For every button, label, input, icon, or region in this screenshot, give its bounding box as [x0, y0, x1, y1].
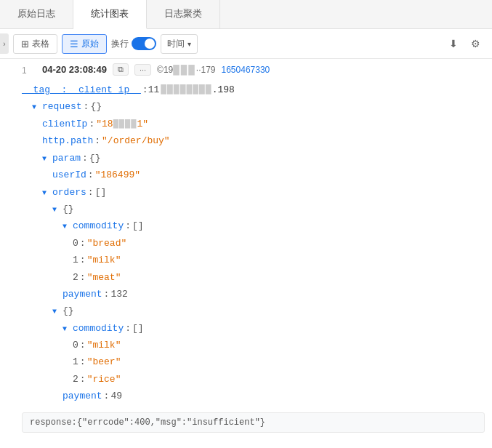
tab-bar: 原始日志 统计图表 日志聚类 — [0, 0, 492, 29]
log-header: 1 04-20 23:08:49 ⧉ ··· ©19███··179 16504… — [0, 59, 492, 79]
toolbar: › ⊞ 表格 ☰ 原始 换行 时间 ▾ ⬇ ⚙ — [0, 29, 492, 59]
chevron-down-icon: ▾ — [187, 40, 191, 48]
tab-stats[interactable]: 统计图表 — [73, 0, 147, 29]
json-tree: __tag__:__client_ip__ :11 ████████ .198 … — [0, 79, 492, 408]
table-view-btn[interactable]: ⊞ 表格 — [13, 34, 57, 54]
commodity1-line: ▼ commodity : [] — [22, 217, 485, 234]
payment1-line: payment : 132 — [22, 286, 485, 303]
order1-arrow[interactable]: ▼ — [52, 204, 60, 217]
log-timestamp[interactable]: 04-20 23:08:49 — [42, 64, 107, 75]
more-badge[interactable]: ··· — [134, 64, 151, 76]
commodity1-item1: 1 : "milk" — [22, 252, 485, 268]
download-icon: ⬇ — [449, 38, 458, 49]
raw-view-btn[interactable]: ☰ 原始 — [62, 34, 107, 54]
trace-id[interactable]: 1650467330 — [222, 65, 270, 75]
tab-cluster[interactable]: 日志聚类 — [147, 0, 220, 28]
switch-toggle[interactable] — [132, 37, 156, 50]
payment2-line: payment : 49 — [22, 388, 485, 404]
commodity2-item2: 2 : "rice" — [22, 371, 485, 388]
request-line: ▼ request : {} — [22, 98, 485, 115]
download-btn[interactable]: ⬇ — [445, 35, 462, 52]
commodity2-line: ▼ commodity : [] — [22, 320, 485, 337]
order2-obj: ▼ {} — [22, 303, 485, 319]
commodity2-item1: 1 : "beer" — [22, 353, 485, 370]
log-content: 1 04-20 23:08:49 ⧉ ··· ©19███··179 16504… — [0, 59, 492, 433]
tag-line: __tag__:__client_ip__ :11 ████████ .198 — [22, 81, 485, 98]
collapse-btn[interactable]: › — [0, 33, 9, 54]
line-number: 1 — [22, 64, 36, 76]
source-info: ©19███··179 — [157, 65, 215, 75]
tab-raw[interactable]: 原始日志 — [0, 0, 73, 28]
order1-obj: ▼ {} — [22, 201, 485, 217]
settings-btn[interactable]: ⚙ — [467, 35, 485, 52]
commodity2-item0: 0 : "milk" — [22, 337, 485, 353]
gear-icon: ⚙ — [471, 38, 480, 49]
orders-arrow[interactable]: ▼ — [42, 187, 49, 200]
http-path-line: http.path : "/order/buy" — [22, 132, 485, 149]
commodity1-item0: 0 : "bread" — [22, 235, 485, 252]
userid-line: userId : "186499" — [22, 167, 485, 183]
order2-arrow[interactable]: ▼ — [52, 305, 60, 319]
commodity1-arrow[interactable]: ▼ — [62, 220, 70, 233]
table-icon: ⊞ — [21, 39, 29, 49]
request-arrow[interactable]: ▼ — [32, 101, 39, 114]
wrap-toggle[interactable]: 换行 — [111, 37, 156, 50]
copy-badge[interactable]: ⧉ — [113, 63, 129, 76]
param-line: ▼ param : {} — [22, 150, 485, 167]
app-container: 原始日志 统计图表 日志聚类 › ⊞ 表格 ☰ 原始 换行 时间 ▾ ⬇ ⚙ — [0, 0, 492, 433]
orders-line: ▼ orders : [] — [22, 184, 485, 201]
commodity2-arrow[interactable]: ▼ — [62, 323, 70, 336]
response-line: response:{"errcode":400,"msg":"insuffici… — [22, 412, 485, 433]
commodity1-item2: 2 : "meat" — [22, 269, 485, 286]
clientip-line: clientIp : "18████1" — [22, 116, 485, 133]
param-arrow[interactable]: ▼ — [42, 153, 49, 166]
raw-icon: ☰ — [70, 39, 78, 49]
time-btn[interactable]: 时间 ▾ — [161, 34, 198, 54]
